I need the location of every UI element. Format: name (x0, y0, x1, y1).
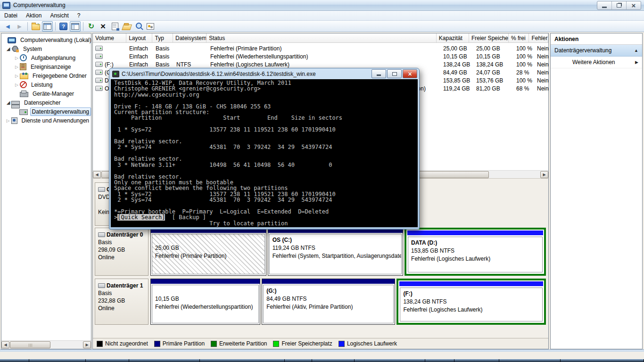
restore-button[interactable] (611, 1, 626, 9)
menu-item-datei[interactable]: Datei (0, 11, 22, 20)
volume-cell-cap: 153,85 GB (441, 77, 474, 84)
disk-icon (98, 283, 105, 288)
disk-info-line: Basis (98, 289, 146, 297)
console-restore-button[interactable] (387, 69, 402, 78)
open-button[interactable] (121, 21, 132, 32)
forward-button[interactable] (14, 21, 25, 32)
sidebar-item-datenspeicher[interactable]: ◢Datenspeicher (1, 98, 91, 107)
computer-management-window: Computerverwaltung DateiAktionAnsicht? ?… (0, 0, 644, 362)
volume-row[interactable]: EinfachBasisFehlerfrei (Wiederherstellun… (93, 52, 548, 60)
column-header-status[interactable]: Status (206, 33, 437, 42)
cell-text: Einfach (129, 53, 148, 60)
volume-row[interactable]: EinfachBasisFehlerfrei (Primäre Partitio… (93, 44, 548, 52)
back-button[interactable] (2, 21, 13, 32)
console-close-button[interactable] (403, 69, 417, 78)
column-header-volume[interactable]: Volume (93, 33, 126, 42)
actions-item-weitere-aktionen[interactable]: Weitere Aktionen ▶ (551, 57, 642, 68)
partition-f[interactable]: (F:)138,24 GB NTFSFehlerfrei (Logisches … (396, 279, 546, 325)
sidebar-item-freigegebene-ordner[interactable]: ▷Freigegebene Ordner (1, 71, 91, 80)
partition-unnamed[interactable]: 25,00 GBFehlerfrei (Primäre Partition) (150, 228, 266, 276)
volume-cell-free: 10,15 GB (474, 53, 514, 60)
disk-name-text: Datenträger 1 (107, 282, 143, 289)
refresh-button[interactable] (86, 21, 97, 32)
disk-info-line: Online (98, 254, 146, 261)
column-header-freier-speicher[interactable]: Freier Speicher (469, 33, 509, 42)
collapse-icon[interactable]: ◢ (5, 46, 11, 51)
scroll-right-button[interactable]: ▶ (83, 341, 91, 348)
view-button[interactable] (133, 21, 144, 32)
sidebar-item-datentr-gerverwaltung[interactable]: Datenträgerverwaltung (1, 107, 91, 116)
console-minimize-button[interactable] (372, 69, 386, 78)
sidebar-item-computerverwaltung-lokal-[interactable]: Computerverwaltung (Lokal) (1, 35, 91, 44)
console-line (114, 168, 418, 173)
tree-horizontal-scrollbar[interactable]: ◀ ▶ (1, 340, 91, 349)
tree-item-label: Aufgabenplanung (29, 54, 77, 62)
testdisk-console-window[interactable]: C:\Users\Timur\Downloads\testdisk-6.12.w… (109, 68, 420, 230)
column-header-fehler[interactable]: Fehler (529, 33, 548, 42)
sidebar-item-dienste-und-anwendungen[interactable]: ▷Dienste und Anwendungen (1, 116, 91, 125)
partition-datad[interactable]: DATA (D:)153,85 GB NTFSFehlerfrei (Logis… (405, 228, 546, 276)
scroll-right-button[interactable]: ▶ (540, 171, 548, 178)
actions-section-datentraegerverwaltung[interactable]: Datenträgerverwaltung ▲ (551, 45, 642, 57)
partition-title-empty (155, 287, 256, 295)
tree-item-label: System (21, 45, 44, 53)
action-pane-toggle-icon (71, 23, 79, 30)
tree-item-label: Leistung (29, 81, 54, 89)
close-button[interactable] (626, 1, 641, 9)
scroll-left-button[interactable]: ◀ (93, 171, 101, 178)
scroll-thumb[interactable] (10, 341, 50, 348)
help-button[interactable]: ? (58, 21, 69, 32)
sidebar-item-system[interactable]: ◢System (1, 44, 91, 53)
action-pane-toggle-button[interactable] (70, 21, 81, 32)
column-header-%-frei[interactable]: % frei (509, 33, 529, 42)
console-titlebar[interactable]: C:\Users\Timur\Downloads\testdisk-6.12.w… (111, 68, 418, 79)
tree-item-label: Computerverwaltung (Lokal) (18, 36, 91, 44)
expand-icon[interactable]: ▷ (14, 74, 20, 78)
collapse-icon[interactable]: ▲ (634, 48, 638, 53)
disk-label-box[interactable]: Datenträger 1Basis232,88 GBOnline (95, 279, 149, 325)
cell-text: 25,00 GB (443, 45, 467, 52)
disk-label-box[interactable]: Datenträger 0Basis298,09 GBOnline (95, 228, 149, 276)
column-header-dateisystem[interactable]: Dateisystem (173, 33, 206, 42)
volume-cell-status: Fehlerfrei (Logisches Laufwerk) (208, 61, 441, 68)
expand-icon[interactable]: ▷ (14, 65, 20, 69)
expand-icon[interactable]: ▷ (14, 82, 20, 87)
column-header-layout[interactable]: Layout (126, 33, 152, 42)
partition-osc[interactable]: OS (C:)119,24 GB NTFSFehlerfrei (System,… (268, 228, 403, 276)
scroll-left-button[interactable]: ◀ (1, 341, 9, 348)
expand-icon[interactable]: ▷ (14, 56, 20, 60)
console-line: http://www.cgsecurity.org (114, 92, 418, 98)
partition-g[interactable]: (G:)84,49 GB NTFSFehlerfrei (Aktiv, Prim… (262, 279, 395, 325)
menu-item-?[interactable]: ? (73, 11, 85, 20)
sidebar-item-ger-te-manager[interactable]: Geräte-Manager (1, 89, 91, 98)
partition-body: OS (C:)119,24 GB NTFSFehlerfrei (System,… (269, 234, 402, 274)
console-screen[interactable]: TestDisk 6.12-WIP, Data Recovery Utility… (111, 79, 418, 227)
volume-icon (95, 70, 103, 75)
sidebar-item-aufgabenplanung[interactable]: ▷Aufgabenplanung (1, 53, 91, 62)
collapse-icon[interactable]: ◢ (5, 100, 11, 105)
up-level-button[interactable] (30, 21, 41, 32)
actions-header: Aktionen (551, 33, 642, 45)
properties-button[interactable] (109, 21, 120, 32)
volume-row[interactable]: (F:)EinfachBasisNTFSFehlerfrei (Logische… (93, 60, 548, 68)
delete-button[interactable] (98, 21, 108, 32)
column-header-kapazit-t[interactable]: Kapazität (437, 33, 469, 42)
cell-text: 119,24 GB (443, 85, 470, 92)
console-tree-toggle-button[interactable] (42, 21, 53, 32)
settings-button[interactable] (145, 21, 156, 32)
volume-icon (95, 78, 103, 83)
column-header-typ[interactable]: Typ (152, 33, 173, 42)
expand-icon[interactable]: ▷ (5, 118, 11, 123)
console-line: >[Quick Search] [ Backup ] (114, 214, 418, 220)
volume-cell-fs: NTFS (174, 61, 208, 68)
titlebar[interactable]: Computerverwaltung (0, 0, 644, 11)
sidebar-item-leistung[interactable]: ▷Leistung (1, 80, 91, 89)
taskbar-top-edge[interactable] (0, 359, 644, 362)
legend-item-nicht-zugeordnet: Nicht zugeordnet (97, 340, 148, 347)
menu-item-ansicht[interactable]: Ansicht (46, 11, 73, 20)
partition-unnamed[interactable]: 10,15 GBFehlerfrei (Wiederherstellungspa… (150, 279, 260, 325)
clock-icon (20, 54, 27, 61)
minimize-button[interactable] (597, 1, 611, 9)
sidebar-item-ereignisanzeige[interactable]: ▷Ereignisanzeige (1, 62, 91, 71)
menu-item-aktion[interactable]: Aktion (22, 11, 46, 20)
